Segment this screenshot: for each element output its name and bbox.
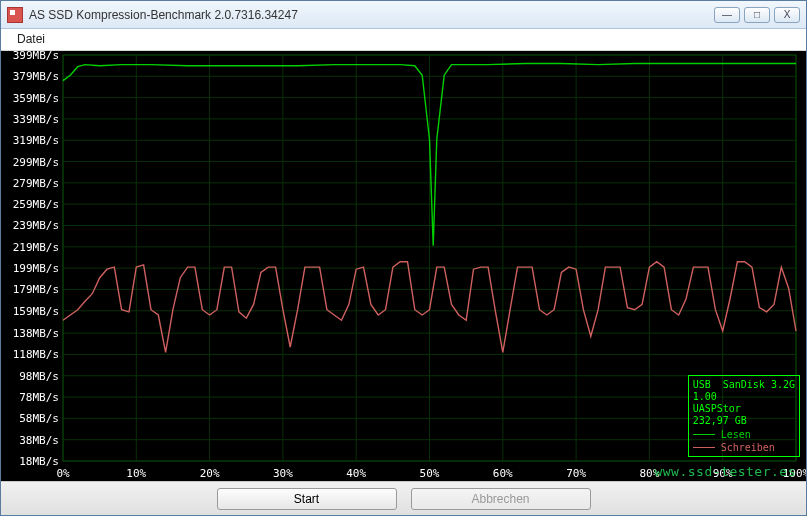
svg-text:179MB/s: 179MB/s [13,283,59,296]
svg-text:219MB/s: 219MB/s [13,241,59,254]
svg-text:98MB/s: 98MB/s [19,370,59,383]
svg-text:138MB/s: 138MB/s [13,327,59,340]
svg-text:20%: 20% [200,467,220,480]
svg-text:118MB/s: 118MB/s [13,348,59,361]
chart-area: 399MB/s379MB/s359MB/s339MB/s319MB/s299MB… [1,51,806,481]
svg-text:38MB/s: 38MB/s [19,434,59,447]
menu-datei[interactable]: Datei [11,30,51,48]
legend-write-line-icon [693,447,715,448]
close-button[interactable]: X [774,7,800,23]
start-button[interactable]: Start [217,488,397,510]
svg-text:259MB/s: 259MB/s [13,198,59,211]
abort-button[interactable]: Abbrechen [411,488,591,510]
bottombar: Start Abbrechen [1,481,806,515]
svg-text:18MB/s: 18MB/s [19,455,59,468]
svg-text:319MB/s: 319MB/s [13,134,59,147]
titlebar[interactable]: AS SSD Kompression-Benchmark 2.0.7316.34… [1,1,806,29]
legend-box: USB SanDisk 3.2G 1.00 UASPStor 232,97 GB… [688,375,800,457]
legend-read-line-icon [693,434,715,435]
minimize-button[interactable]: — [714,7,740,23]
svg-text:339MB/s: 339MB/s [13,113,59,126]
svg-text:239MB/s: 239MB/s [13,219,59,232]
svg-text:299MB/s: 299MB/s [13,156,59,169]
svg-text:10%: 10% [126,467,146,480]
svg-text:50%: 50% [420,467,440,480]
svg-text:78MB/s: 78MB/s [19,391,59,404]
maximize-button[interactable]: □ [744,7,770,23]
app-window: AS SSD Kompression-Benchmark 2.0.7316.34… [0,0,807,516]
svg-text:199MB/s: 199MB/s [13,262,59,275]
legend-read-label: Lesen [721,429,751,440]
svg-text:40%: 40% [346,467,366,480]
watermark: www.ssd-tester.es [654,464,796,479]
svg-text:58MB/s: 58MB/s [19,412,59,425]
svg-text:379MB/s: 379MB/s [13,70,59,83]
svg-text:30%: 30% [273,467,293,480]
svg-text:70%: 70% [566,467,586,480]
svg-rect-0 [1,51,806,481]
svg-text:279MB/s: 279MB/s [13,177,59,190]
window-title: AS SSD Kompression-Benchmark 2.0.7316.34… [29,8,714,22]
device-info: USB SanDisk 3.2G 1.00 UASPStor 232,97 GB [693,379,795,427]
svg-text:399MB/s: 399MB/s [13,51,59,62]
svg-text:159MB/s: 159MB/s [13,305,59,318]
svg-text:359MB/s: 359MB/s [13,92,59,105]
legend-read: Lesen [693,429,795,440]
svg-text:60%: 60% [493,467,513,480]
menubar: Datei [1,29,806,51]
legend-write: Schreiben [693,442,795,453]
app-icon [7,7,23,23]
chart-svg: 399MB/s379MB/s359MB/s339MB/s319MB/s299MB… [1,51,806,481]
legend-write-label: Schreiben [721,442,775,453]
svg-text:0%: 0% [56,467,70,480]
window-buttons: — □ X [714,7,800,23]
